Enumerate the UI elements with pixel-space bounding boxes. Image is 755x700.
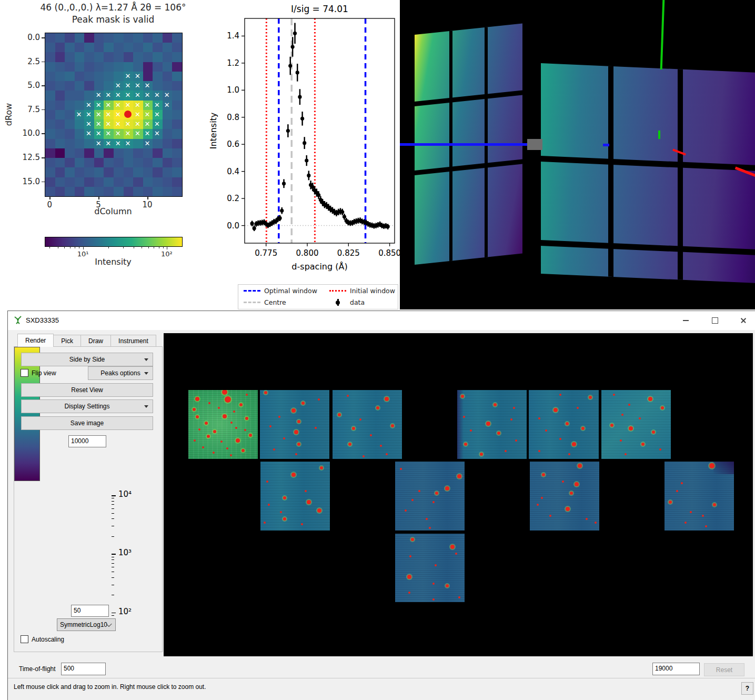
heatmap-cell [94,52,104,62]
heatmap-cell [153,33,163,43]
heatmap-cell [94,187,104,196]
peak-marker [702,515,704,517]
heatmap-cell [172,81,182,91]
peak-marker [246,394,248,396]
tof-min-input[interactable]: 500 [61,663,106,675]
heatmap-cell [65,187,75,196]
peak-marker [198,428,200,431]
peak-marker [352,427,355,430]
heatmap-cell [163,110,173,119]
peak-marker [297,443,300,446]
peak-marker [676,490,678,492]
detector-render-canvas[interactable] [164,333,753,656]
tab-pick[interactable]: Pick [53,335,81,347]
heatmap-cell [75,158,85,167]
min-value-input[interactable]: 50 [71,605,109,617]
heatmap-cell [45,148,55,158]
peak-marker [553,408,558,412]
instrument-3d-view[interactable] [400,0,755,309]
heatmap-cell [124,139,134,148]
tof-max-input[interactable]: 19000 [652,663,700,675]
heatmap-cell [124,187,134,196]
peak-marker [230,422,233,424]
heatmap-cell [104,167,114,177]
checkbox-icon [21,635,28,643]
scale-type-dropdown[interactable]: SymmetricLog10 [57,618,116,631]
heatmap-cell [94,148,104,158]
heatmap-cell [133,33,143,43]
peak-marker [458,596,460,598]
heatmap-cell [172,33,182,43]
y-tick [42,62,45,63]
surface-type-dropdown[interactable]: Side by Side [21,353,153,366]
peak-marker [435,564,437,566]
peak-marker [409,555,411,557]
y-axis-line-segment [658,131,660,139]
window-titlebar[interactable]: SXD33335 [8,311,755,330]
peak-marker [222,390,227,395]
heatmap-cell [55,33,65,43]
heatmap-cell [133,129,143,138]
reset-view-button[interactable]: Reset View [21,383,153,397]
heatmap-cell [153,187,163,196]
autoscaling-checkbox[interactable]: Autoscaling [21,635,64,643]
heatmap-cell [94,177,104,187]
heatmap-cell [133,177,143,187]
heatmap-cell [84,81,94,91]
colorbar-minor-tick [112,585,114,585]
heatmap-cell [172,110,182,119]
flip-view-checkbox[interactable]: Flip view [21,369,56,377]
help-button[interactable]: ? [741,682,753,695]
heatmap-cell [153,167,163,177]
heatmap-cell [75,33,85,43]
heatmap-cell [94,119,104,129]
max-value-input[interactable]: 10000 [68,435,106,447]
peak-marker [709,463,714,468]
tof-reset-button[interactable]: Reset [704,663,744,676]
legend-initial-window: Initial window [324,287,398,295]
heatmap-cell [172,167,182,177]
heatmap-cell [84,43,94,52]
heatmap-cell [55,81,65,91]
intensity-colorbar[interactable] [14,347,40,481]
colorbar-tick-label: 10⁴ [118,489,132,499]
tab-instrument[interactable]: Instrument [110,335,156,347]
heatmap-cell [65,129,75,138]
heatmap-cell [75,72,85,81]
peak-marker [613,394,615,396]
heatmap-cell [133,148,143,158]
maximize-button[interactable] [704,314,726,327]
heatmap-cell [172,187,182,196]
heatmap-cell [84,72,94,81]
heatmap-cell [163,72,173,81]
display-settings-dropdown[interactable]: Display Settings [21,399,153,413]
heatmap-cell [84,167,94,177]
heatmap-cell [114,158,124,167]
x-tick [49,196,51,199]
peak-marker [513,407,515,409]
heatmap-cell [75,167,85,177]
data-marker-sample [329,299,346,306]
heatmap-cell [55,177,65,187]
svg-text:0.0: 0.0 [227,221,239,231]
minimize-button[interactable] [675,314,696,327]
colorbar-minor-tick [142,246,142,248]
colorbar-tick-label: 10³ [118,548,132,557]
peak-marker [193,408,196,411]
peak-marker [295,453,297,455]
save-image-button[interactable]: Save image [21,416,153,430]
heatmap-cell [94,167,104,177]
x-tick [98,196,99,199]
heatmap-cell [172,148,182,158]
peak-marker [236,438,240,443]
peaks-options-dropdown[interactable]: Peaks options [88,366,153,380]
tab-draw[interactable]: Draw [80,335,111,347]
tab-render[interactable]: Render [17,334,54,347]
heatmap-cell [114,72,124,81]
legend-optimal-window: Optimal window [238,287,324,295]
colorbar-minor-tick [148,246,149,248]
close-button[interactable] [733,314,754,327]
y-tick [42,157,45,158]
peak-marker [538,417,540,419]
heatmap-cell [114,110,124,119]
